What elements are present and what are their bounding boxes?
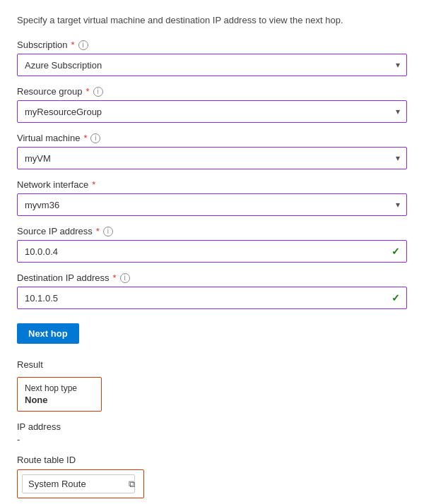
destination-ip-input[interactable]: [17, 287, 407, 309]
source-ip-check-icon: ✓: [391, 246, 400, 257]
source-ip-label: Source IP address * i: [17, 226, 407, 236]
source-ip-input-wrapper: ✓: [17, 240, 407, 263]
network-interface-select-wrapper: myvm36 ▾: [17, 193, 407, 216]
copy-icon[interactable]: ⧉: [129, 479, 135, 490]
virtual-machine-required-star: *: [83, 133, 87, 143]
source-ip-field-group: Source IP address * i ✓: [17, 226, 407, 263]
virtual-machine-select-wrapper: myVM ▾: [17, 147, 407, 169]
ip-address-section: IP address -: [17, 421, 407, 445]
route-table-input[interactable]: [22, 474, 135, 493]
destination-ip-label-text: Destination IP address: [17, 272, 110, 283]
subscription-label: Subscription * i: [17, 40, 407, 50]
source-ip-input[interactable]: [17, 240, 407, 263]
subscription-label-text: Subscription: [17, 40, 68, 50]
source-ip-label-text: Source IP address: [17, 226, 93, 236]
ip-address-value: -: [17, 434, 407, 445]
network-interface-field-group: Network interface * myvm36 ▾: [17, 179, 407, 216]
destination-ip-info-icon[interactable]: i: [120, 273, 130, 283]
resource-group-select-wrapper: myResourceGroup ▾: [17, 100, 407, 123]
description: Specify a target virtual machine and des…: [17, 14, 407, 27]
network-interface-label: Network interface *: [17, 179, 407, 190]
virtual-machine-label: Virtual machine * i: [17, 133, 407, 143]
ip-address-label: IP address: [17, 421, 407, 432]
destination-ip-input-wrapper: ✓: [17, 287, 407, 309]
network-interface-required-star: *: [92, 179, 95, 190]
subscription-select[interactable]: Azure Subscription: [17, 54, 407, 76]
network-interface-select[interactable]: myvm36: [17, 193, 407, 216]
subscription-field-group: Subscription * i Azure Subscription ▾: [17, 40, 407, 76]
next-hop-type-label: Next hop type: [25, 383, 94, 393]
destination-ip-required-star: *: [113, 272, 117, 283]
result-title: Result: [17, 359, 407, 370]
virtual-machine-field-group: Virtual machine * i myVM ▾: [17, 133, 407, 169]
route-table-label: Route table ID: [17, 455, 407, 465]
resource-group-select[interactable]: myResourceGroup: [17, 100, 407, 123]
next-hop-type-box: Next hop type None: [17, 377, 102, 412]
resource-group-label-text: Resource group: [17, 86, 83, 97]
resource-group-required-star: *: [86, 86, 90, 97]
subscription-select-wrapper: Azure Subscription ▾: [17, 54, 407, 76]
source-ip-info-icon[interactable]: i: [103, 227, 113, 236]
virtual-machine-select[interactable]: myVM: [17, 147, 407, 169]
virtual-machine-info-icon[interactable]: i: [90, 133, 100, 143]
route-table-input-wrapper: ⧉: [22, 474, 139, 493]
resource-group-label: Resource group * i: [17, 86, 407, 97]
resource-group-field-group: Resource group * i myResourceGroup ▾: [17, 86, 407, 123]
route-table-box: ⧉: [17, 469, 144, 498]
resource-group-info-icon[interactable]: i: [93, 87, 103, 97]
next-hop-button[interactable]: Next hop: [17, 323, 79, 344]
next-hop-type-value: None: [25, 395, 94, 405]
subscription-required-star: *: [71, 40, 75, 50]
route-table-section: Route table ID ⧉: [17, 455, 407, 498]
destination-ip-label: Destination IP address * i: [17, 272, 407, 283]
network-interface-label-text: Network interface: [17, 179, 88, 190]
virtual-machine-label-text: Virtual machine: [17, 133, 80, 143]
destination-ip-check-icon: ✓: [391, 292, 400, 304]
subscription-info-icon[interactable]: i: [78, 40, 88, 50]
result-section: Result Next hop type None IP address - R…: [17, 359, 407, 498]
destination-ip-field-group: Destination IP address * i ✓: [17, 272, 407, 309]
source-ip-required-star: *: [96, 226, 100, 236]
